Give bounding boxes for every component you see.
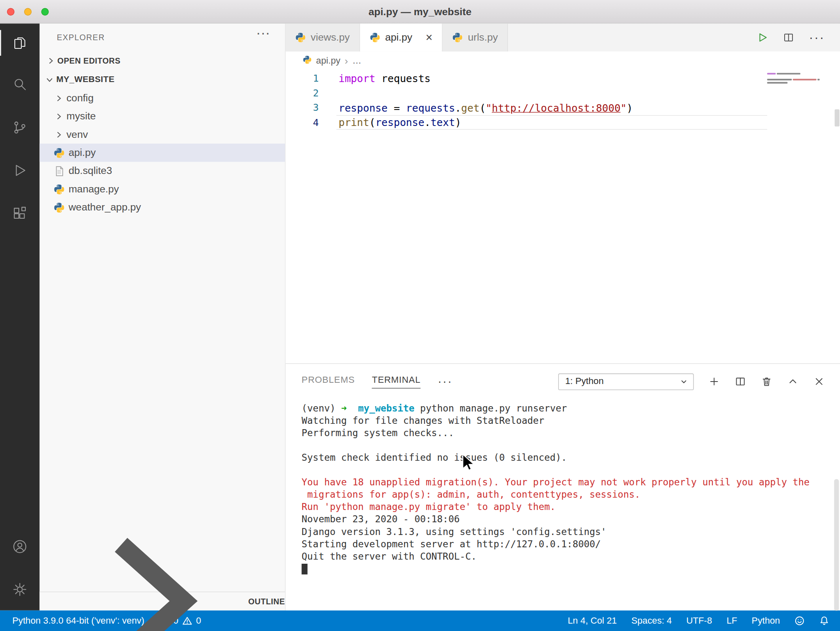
panel-more-actions-icon[interactable]: ···	[438, 376, 453, 388]
split-editor-icon[interactable]	[783, 32, 794, 43]
outline-label: OUTLINE	[248, 597, 285, 606]
notifications-bell-icon[interactable]	[819, 616, 829, 626]
panel-tabs: PROBLEMSTERMINAL···	[301, 364, 452, 399]
account-icon[interactable]	[0, 529, 40, 564]
terminal-output[interactable]: (venv) ➜ my_website python manage.py run…	[285, 399, 840, 610]
window-controls	[7, 8, 49, 16]
workspace-root-label: MY_WEBSITE	[56, 75, 114, 85]
line-number: 2	[285, 87, 319, 98]
tree-item-venv[interactable]: venv	[40, 126, 285, 144]
minimize-window-button[interactable]	[24, 8, 32, 16]
window-title: api.py — my_website	[368, 6, 471, 18]
explorer-title: EXPLORER	[57, 33, 105, 42]
search-icon[interactable]	[0, 68, 40, 102]
tab-label: api.py	[385, 32, 412, 43]
new-terminal-icon[interactable]	[708, 376, 720, 388]
panel-tab-problems[interactable]: PROBLEMS	[301, 375, 355, 389]
terminal-scrollbar[interactable]	[834, 479, 839, 611]
files-icon[interactable]	[0, 26, 40, 60]
tab-urls.py[interactable]: urls.py	[443, 23, 508, 51]
tab-views.py[interactable]: views.py	[285, 23, 360, 51]
python-icon	[303, 55, 312, 64]
breadcrumb-file[interactable]: api.py	[316, 56, 340, 66]
python-icon	[370, 32, 380, 43]
chevron-down-icon	[680, 377, 688, 386]
code-editor[interactable]: 1import requests23response = requests.ge…	[285, 71, 840, 363]
source-control-icon[interactable]	[0, 110, 40, 145]
minimap[interactable]	[767, 73, 832, 94]
workspace-root-folder[interactable]: MY_WEBSITE	[40, 70, 285, 89]
encoding-status[interactable]: UTF-8	[686, 615, 712, 626]
panel-tab-terminal[interactable]: TERMINAL	[372, 375, 421, 389]
terminal-line: Django version 3.1.3, using settings 'co…	[301, 526, 840, 538]
outline-section[interactable]: OUTLINE	[40, 592, 285, 610]
maximize-panel-chevron-up-icon[interactable]	[787, 376, 799, 388]
tree-item-db.sqlite3[interactable]: db.sqlite3	[40, 162, 285, 180]
tree-item-config[interactable]: config	[40, 89, 285, 107]
code-line-4[interactable]: 4print(response.text)	[285, 115, 840, 130]
terminal-line	[301, 464, 840, 476]
settings-gear-icon[interactable]	[0, 572, 40, 607]
chevron-down-icon	[45, 75, 54, 84]
language-mode-status[interactable]: Python	[752, 615, 780, 626]
tree-item-label: weather_app.py	[68, 201, 141, 213]
python-icon	[54, 147, 65, 158]
kill-terminal-trash-icon[interactable]	[761, 376, 773, 388]
code-line-1[interactable]: 1import requests	[285, 71, 840, 85]
tree-item-api.py[interactable]: api.py	[40, 144, 285, 162]
eol-status[interactable]: LF	[726, 615, 737, 626]
line-number: 1	[285, 73, 319, 84]
terminal-picker-value: 1: Python	[565, 376, 604, 387]
terminal-line: Watching for file changes with StatReloa…	[301, 415, 840, 427]
tree-item-weather_app.py[interactable]: weather_app.py	[40, 198, 285, 216]
indentation-status[interactable]: Spaces: 4	[631, 615, 672, 626]
close-window-button[interactable]	[7, 8, 14, 16]
feedback-smiley-icon[interactable]	[794, 616, 805, 626]
tab-label: urls.py	[468, 32, 498, 43]
code-line-3[interactable]: 3response = requests.get("http://localho…	[285, 100, 840, 115]
open-editors-section[interactable]: OPEN EDITORS	[40, 51, 285, 69]
chevron-right-icon	[54, 112, 63, 121]
terminal-line: System check identified no issues (0 sil…	[301, 452, 840, 464]
open-editors-label: OPEN EDITORS	[57, 56, 121, 65]
close-panel-icon[interactable]	[813, 376, 825, 388]
terminal-line: migrations for app(s): admin, auth, cont…	[301, 489, 840, 501]
close-tab-icon[interactable]: ×	[426, 32, 433, 43]
tab-bar: views.pyapi.py×urls.py ···	[285, 23, 840, 51]
editor-more-actions-icon[interactable]: ···	[809, 31, 825, 44]
zoom-window-button[interactable]	[41, 8, 49, 16]
tree-item-label: manage.py	[68, 183, 119, 195]
breadcrumb-symbol[interactable]: …	[352, 56, 361, 66]
breadcrumb[interactable]: api.py › …	[285, 51, 840, 71]
terminal-line: November 23, 2020 - 00:18:06	[301, 513, 840, 526]
run-debug-icon[interactable]	[0, 153, 40, 188]
vscode-window: api.py — my_website	[0, 0, 840, 631]
breadcrumb-separator-icon: ›	[345, 55, 348, 67]
line-number: 3	[285, 102, 319, 113]
tree-item-manage.py[interactable]: manage.py	[40, 180, 285, 198]
terminal-line: Performing system checks...	[301, 427, 840, 439]
tree-item-mysite[interactable]: mysite	[40, 107, 285, 125]
terminal-picker-dropdown[interactable]: 1: Python	[558, 373, 694, 390]
run-python-file-icon[interactable]	[756, 32, 768, 43]
bottom-panel: PROBLEMSTERMINAL··· 1: Python	[285, 364, 840, 610]
python-icon	[54, 202, 65, 213]
explorer-more-actions-icon[interactable]: ···	[256, 26, 270, 40]
terminal-line: You have 18 unapplied migration(s). Your…	[301, 476, 840, 489]
extensions-icon[interactable]	[0, 196, 40, 231]
code-line-2[interactable]: 2	[285, 85, 840, 100]
tree-item-label: mysite	[66, 110, 96, 122]
chevron-right-icon	[46, 56, 55, 65]
chevron-right-icon	[54, 94, 63, 103]
tab-api.py[interactable]: api.py×	[360, 23, 443, 51]
python-file-icon	[303, 55, 312, 67]
tree-item-label: db.sqlite3	[68, 165, 112, 177]
cursor-position-status[interactable]: Ln 4, Col 21	[568, 615, 617, 626]
editor-actions: ···	[756, 23, 825, 51]
activity-bar	[0, 23, 40, 610]
split-terminal-icon[interactable]	[735, 376, 746, 388]
scrollbar-mark[interactable]	[835, 109, 840, 126]
python-icon	[452, 32, 463, 43]
python-icon	[54, 183, 65, 194]
terminal-line: Run 'python manage.py migrate' to apply …	[301, 501, 840, 513]
